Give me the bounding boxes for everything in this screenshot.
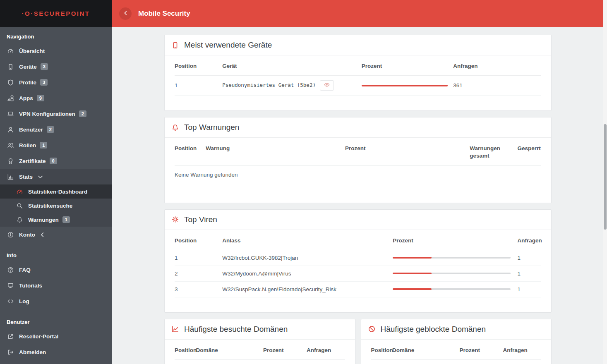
visited-domains-table: PositionDomäneProzentAnfragen1spiegel.de…	[175, 340, 345, 364]
column-header: Prozent	[459, 340, 503, 360]
chevron-left-icon	[39, 232, 46, 238]
card-body: PositionGerätProzentAnfragen1Pseudonymis…	[165, 55, 551, 110]
virus-name: W32/Mydoom.A@mm|Virus	[222, 271, 291, 277]
chevron-left-icon	[123, 10, 128, 17]
cell-cause: W32/SuspPack.N.gen!Eldorado|Security_Ris…	[222, 281, 393, 297]
empty-message: Keine Warnung gefunden	[175, 166, 541, 188]
sidebar-item-konto[interactable]: Konto	[0, 227, 112, 242]
column-header: Anfragen	[517, 231, 541, 250]
cell-percent	[263, 360, 307, 364]
column-header: Anfragen	[453, 56, 541, 76]
certificate-icon	[7, 158, 14, 164]
card-header: Top Warnungen	[165, 117, 551, 138]
gauge-icon	[7, 48, 14, 54]
mobile-icon	[172, 42, 179, 49]
sidebar-item-vpn-konfigurationen[interactable]: VPN Konfigurationen2	[0, 106, 112, 122]
topbar: Mobile Security	[112, 0, 603, 27]
progress-bar	[393, 257, 511, 259]
sidebar-item-label: Profile	[19, 79, 36, 86]
card-body: PositionDomäneProzentAnfragen1meetrics.n…	[361, 340, 552, 364]
chalkboard-icon	[7, 283, 14, 289]
sidebar-item-label: Benutzer	[19, 127, 43, 133]
cell-position: 3	[175, 281, 222, 297]
sidebar-item-zertifikate[interactable]: Zertifikate0	[0, 153, 112, 169]
sign-out-icon	[7, 349, 14, 355]
table-row: 1spiegel.de58	[175, 360, 345, 364]
sidebar-item-log[interactable]: Log	[0, 293, 112, 309]
card-header: Häufigste geblockte Domänen	[361, 319, 552, 340]
search-icon	[16, 203, 23, 209]
bell-icon	[16, 217, 23, 223]
view-device-button[interactable]	[320, 80, 334, 91]
sidebar-item-benutzer[interactable]: Benutzer2	[0, 122, 112, 137]
card-header: Top Viren	[165, 210, 551, 230]
sidebar-item-apps[interactable]: Apps9	[0, 90, 112, 106]
column-header: Position	[175, 56, 222, 76]
cell-position: 2	[175, 266, 222, 281]
sidebar-section-label: Navigation	[0, 27, 112, 43]
users-icon	[7, 142, 14, 148]
progress-bar	[362, 85, 448, 86]
sidebar-item-faq[interactable]: FAQ	[0, 262, 112, 278]
back-button[interactable]	[119, 7, 132, 20]
sidebar-section-label: Info	[0, 242, 112, 262]
dashboard-icon	[16, 189, 23, 195]
card-body: PositionDomäneProzentAnfragen1spiegel.de…	[165, 340, 355, 364]
sidebar-item-label: Stats	[19, 174, 33, 180]
sidebar-item-gerate[interactable]: Geräte3	[0, 59, 112, 74]
column-header: Prozent	[362, 56, 453, 76]
eye-icon	[324, 82, 330, 89]
cell-requests: 1	[517, 250, 541, 266]
card-most-used-devices: Meist verwendete Geräte PositionGerätPro…	[164, 35, 552, 111]
sidebar-item-abmelden[interactable]: Abmelden	[0, 344, 112, 360]
sidebar-item-label: Statistikensuche	[28, 203, 72, 209]
sidebar-item-rollen[interactable]: Rollen1	[0, 137, 112, 153]
card-title: Häufigste geblockte Domänen	[381, 325, 486, 334]
card-title: Meist verwendete Geräte	[184, 41, 272, 50]
vertical-scrollbar[interactable]	[603, 0, 607, 364]
sidebar-item-label: Apps	[19, 95, 33, 101]
scrollbar-thumb[interactable]	[604, 124, 607, 230]
card-header: Häufigste besuchte Domänen	[165, 319, 355, 340]
page-title: Mobile Security	[138, 10, 190, 18]
sidebar-item-statistiken-dashboard[interactable]: Statistiken-Dashboard	[0, 184, 112, 199]
sidebar-item-ubersicht[interactable]: Übersicht	[0, 43, 112, 59]
cell-domain: meetrics.net	[392, 360, 460, 364]
card-title: Häufigste besuchte Domänen	[184, 325, 288, 334]
column-header: Gerät	[222, 56, 362, 76]
sidebar-item-reseller-portal[interactable]: Reseller-Portal	[0, 328, 112, 344]
shield-icon	[7, 79, 14, 86]
cell-domain: spiegel.de	[196, 360, 263, 364]
cell-percent	[362, 76, 453, 96]
card-visited-domains: Häufigste besuchte Domänen PositionDomän…	[164, 319, 355, 364]
sidebar-item-label: Rollen	[19, 142, 36, 148]
sidebar-item-label: Konto	[19, 232, 35, 238]
app-logo: ·O·SECUREPOINT	[0, 0, 112, 27]
user-icon	[7, 127, 14, 133]
sidebar: NavigationÜbersichtGeräte3Profile3Apps9V…	[0, 27, 112, 364]
virus-name: W32/Ircbot.GUKK-3982|Trojan	[222, 255, 298, 261]
cell-position: 1	[371, 360, 392, 364]
sidebar-item-statistikensuche[interactable]: Statistikensuche	[0, 199, 112, 213]
sidebar-item-stats[interactable]: Stats	[0, 169, 112, 184]
cell-cause: W32/Mydoom.A@mm|Virus	[222, 266, 393, 281]
cell-percent	[459, 360, 503, 364]
count-badge: 9	[37, 95, 44, 101]
column-header: Position	[175, 340, 196, 360]
count-badge: 1	[40, 142, 47, 148]
cell-percent	[393, 250, 517, 266]
warnings-table: PositionWarnungProzentWarnungen gesamtGe…	[175, 139, 541, 165]
device-name: Pseudonymisiertes Gerät (5be2)	[222, 82, 316, 88]
sidebar-item-label: Reseller-Portal	[19, 333, 58, 340]
chart-line-icon	[172, 326, 179, 333]
cell-requests: 1	[517, 281, 541, 297]
sidebar-item-profile[interactable]: Profile3	[0, 74, 112, 90]
info-circle-icon	[7, 232, 14, 238]
progress-bar	[393, 273, 511, 274]
sidebar-item-label: Warnungen	[28, 217, 59, 223]
card-title: Top Viren	[184, 215, 217, 224]
sidebar-item-tutorials[interactable]: Tutorials	[0, 278, 112, 293]
shapes-icon	[7, 95, 14, 101]
sidebar-item-warnungen[interactable]: Warnungen1	[0, 213, 112, 227]
table-row: 1meetrics.net31	[371, 360, 542, 364]
